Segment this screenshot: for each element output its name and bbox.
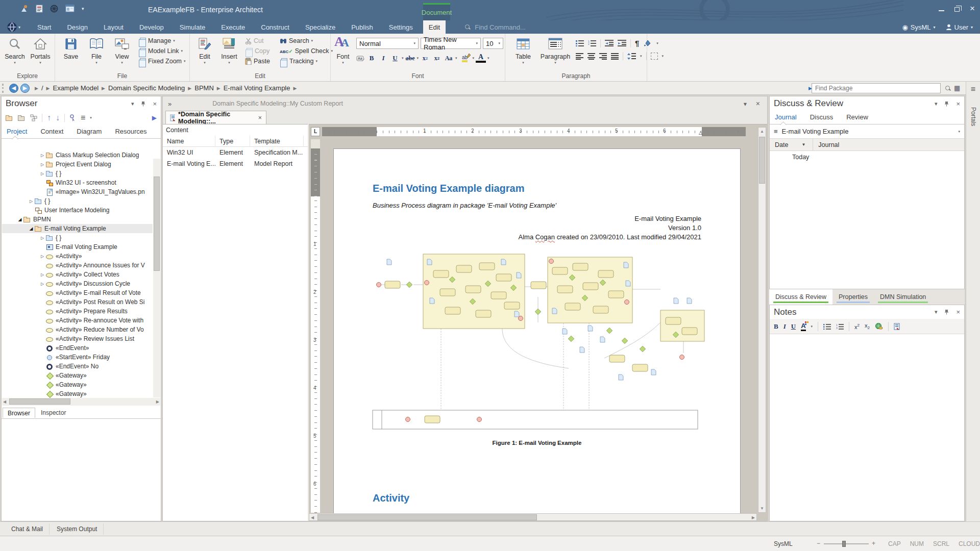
- font-color-caret-icon[interactable]: ▾: [811, 325, 813, 328]
- journal-column-header[interactable]: Journal: [813, 141, 839, 148]
- strikethrough-button[interactable]: abe: [405, 53, 415, 63]
- breadcrumb-item[interactable]: E-mail Voting Example: [224, 84, 290, 92]
- tree-item[interactable]: ▷«Activity» Collect Votes: [2, 270, 153, 279]
- highlight-button[interactable]: ab: [459, 53, 471, 63]
- highlight-caret-icon[interactable]: ▾: [473, 57, 475, 60]
- ribbon-tab-publish[interactable]: Publish: [346, 20, 379, 34]
- discuss-tab-review[interactable]: Review: [846, 113, 868, 124]
- ribbon-tab-layout[interactable]: Layout: [98, 20, 129, 34]
- journal-row-today[interactable]: Today: [770, 151, 964, 163]
- increase-indent-button[interactable]: [618, 40, 626, 46]
- bold-button[interactable]: B: [366, 53, 377, 63]
- pin-icon[interactable]: [141, 101, 145, 107]
- align-left-button[interactable]: [576, 53, 583, 60]
- document-tab[interactable]: *Domain Specific Modeling::... ×: [165, 111, 266, 124]
- font-color-button[interactable]: A: [801, 322, 805, 331]
- new-folder-icon[interactable]: [18, 114, 26, 121]
- bullet-list-button[interactable]: [823, 323, 831, 330]
- tree-item[interactable]: ▷{ }: [2, 169, 153, 178]
- tree-vertical-scrollbar[interactable]: [153, 159, 160, 397]
- underline-button[interactable]: U: [791, 322, 796, 331]
- bullet-list-button[interactable]: [576, 40, 584, 46]
- expand-icon[interactable]: ▷: [39, 171, 46, 176]
- tree-item[interactable]: User Interface Modeling: [2, 206, 153, 215]
- breadcrumb-item[interactable]: /: [41, 84, 43, 92]
- style-select[interactable]: Normal▾: [356, 38, 419, 49]
- view-button[interactable]: View▾: [110, 36, 134, 69]
- content-column-template[interactable]: Template: [250, 136, 304, 147]
- tree-item[interactable]: «Gateway»: [2, 371, 153, 380]
- search-menu-button[interactable]: Search▾: [280, 37, 333, 45]
- discuss-tab-journal[interactable]: Journal: [775, 113, 797, 124]
- tree-item[interactable]: ▷«Activity» Discussion Cycle: [2, 279, 153, 288]
- browser-tab-diagram[interactable]: Diagram: [77, 128, 102, 138]
- numbered-list-button[interactable]: 13: [836, 323, 844, 330]
- spell-check-button[interactable]: ABC✓Spell Check▾: [280, 47, 333, 55]
- menu-caret-icon[interactable]: ▾: [90, 116, 92, 119]
- document-page[interactable]: E-mail Voting Example diagram Business P…: [333, 148, 741, 521]
- panel-tab-browser[interactable]: Browser: [3, 408, 35, 418]
- close-icon[interactable]: ×: [956, 308, 960, 316]
- copy-button[interactable]: Copy: [245, 47, 270, 55]
- close-tab-icon[interactable]: ×: [258, 114, 262, 121]
- strikethrough-caret-icon[interactable]: ▾: [417, 57, 419, 60]
- italic-button[interactable]: I: [783, 322, 786, 331]
- tree-item[interactable]: «Activity» Reduce Number of Vo: [2, 325, 153, 334]
- tree-item[interactable]: ▷{ }: [2, 233, 153, 242]
- collapse-icon[interactable]: ◢: [16, 217, 23, 222]
- manage-button[interactable]: Manage▾: [138, 37, 186, 45]
- tree-item[interactable]: «StartEvent» Friday: [2, 353, 153, 362]
- tree-item[interactable]: ▷Project Event Dialog: [2, 160, 153, 169]
- table-button[interactable]: Table▾: [511, 36, 535, 69]
- content-row[interactable]: E-mail Voting E...ElementModel Report: [163, 158, 308, 169]
- browser-tab-project[interactable]: Project: [7, 128, 27, 138]
- fixed-zoom-button[interactable]: Fixed Zoom▾: [138, 57, 186, 65]
- save-button[interactable]: Save: [59, 36, 83, 69]
- ribbon-tab-settings[interactable]: Settings: [383, 20, 419, 34]
- tree-item[interactable]: «Gateway»: [2, 389, 153, 398]
- new-diagram-icon[interactable]: [30, 114, 37, 121]
- browser-tab-resources[interactable]: Resources: [115, 128, 146, 138]
- model-link-button[interactable]: Model Link▾: [138, 47, 186, 55]
- content-column-name[interactable]: Name: [163, 136, 215, 147]
- ribbon-tab-specialize[interactable]: Specialize: [300, 20, 341, 34]
- drag-handle[interactable]: [2, 84, 6, 93]
- bold-button[interactable]: B: [774, 322, 778, 331]
- zoom-in-icon[interactable]: +: [872, 540, 875, 547]
- tree-item[interactable]: ◢BPMN: [2, 215, 153, 224]
- paragraph-button[interactable]: Paragraph▾: [539, 36, 572, 69]
- dock-tab-dmn-simulation[interactable]: DMN Simulation: [874, 289, 932, 305]
- model-image-icon[interactable]: [20, 5, 29, 13]
- tree-item[interactable]: ▷«Activity»: [2, 252, 153, 261]
- find-package-search-icon[interactable]: [945, 85, 951, 91]
- back-button[interactable]: ◀: [9, 84, 18, 93]
- chevron-down-icon[interactable]: ▾: [131, 101, 134, 107]
- breadcrumb-item[interactable]: Domain Specific Modeling: [108, 84, 185, 92]
- tree-item[interactable]: Win32 UI - screenshot: [2, 178, 153, 187]
- line-spacing-button[interactable]: [627, 53, 636, 60]
- editor-vertical-scrollbar[interactable]: ▲ ▼: [758, 127, 766, 513]
- forward-button[interactable]: ▶: [20, 84, 30, 93]
- chevron-down-icon[interactable]: ▾: [935, 101, 938, 107]
- ribbon-tab-execute[interactable]: Execute: [215, 20, 251, 34]
- align-right-button[interactable]: [599, 53, 607, 60]
- date-column-header[interactable]: Date: [770, 141, 788, 148]
- expand-icon[interactable]: ▷: [39, 254, 46, 259]
- discussion-selector[interactable]: ≡ E-mail Voting Example ▾: [770, 124, 964, 139]
- tree-item[interactable]: «Activity» Prepare Results: [2, 307, 153, 316]
- expand-icon[interactable]: ▷: [28, 199, 35, 204]
- chevron-down-icon[interactable]: ▾: [935, 309, 938, 315]
- borders-button[interactable]: [651, 53, 658, 60]
- ribbon-tab-develop[interactable]: Develop: [134, 20, 169, 34]
- numbered-list-button[interactable]: 12: [588, 40, 596, 46]
- browser-tab-context[interactable]: Context: [40, 128, 63, 138]
- bottom-tab-chat-mail[interactable]: Chat & Mail: [5, 523, 50, 535]
- tab-stop-box[interactable]: L: [311, 127, 320, 136]
- tracking-button[interactable]: Tracking▾: [280, 57, 333, 65]
- tree-item[interactable]: ◢E-mail Voting Example: [2, 224, 153, 233]
- breadcrumb-item[interactable]: Example Model: [53, 84, 99, 92]
- pin-icon[interactable]: [944, 309, 949, 315]
- dock-tab-properties[interactable]: Properties: [832, 289, 874, 305]
- content-row[interactable]: Win32 UIElementSpecification M...: [163, 147, 308, 158]
- insert-button[interactable]: Insert▾: [217, 36, 241, 69]
